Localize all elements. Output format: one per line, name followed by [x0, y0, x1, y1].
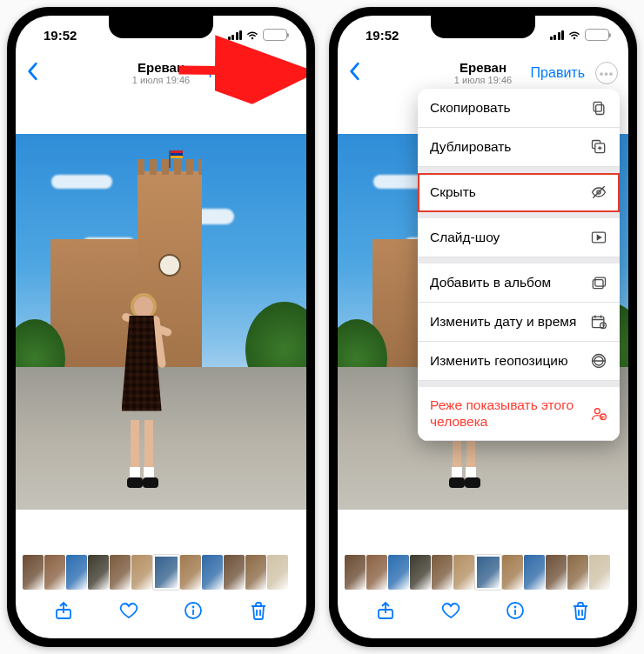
svg-point-3	[193, 607, 194, 608]
menu-separator	[418, 167, 620, 173]
photo-main	[16, 134, 306, 511]
phone-left: 19:52 85 Ереван 1 июля 19:46	[7, 7, 315, 647]
svg-rect-8	[594, 102, 601, 111]
menu-less-person[interactable]: Реже показывать этого человека	[418, 387, 620, 441]
svg-rect-12	[593, 280, 603, 289]
thumbnail[interactable]	[567, 555, 588, 590]
thumbnail[interactable]	[453, 555, 474, 590]
duplicate-icon	[590, 138, 607, 156]
menu-change-geo[interactable]: Изменить геопозицию	[418, 342, 620, 381]
menu-change-date[interactable]: Изменить дату и время	[418, 303, 620, 342]
menu-slideshow[interactable]: Слайд-шоу	[418, 218, 620, 257]
thumbnail[interactable]	[524, 555, 545, 590]
menu-label: Добавить в альбом	[430, 275, 551, 291]
nav-subtitle: 1 июля 19:46	[454, 75, 512, 86]
person-minus-icon	[590, 405, 607, 423]
thumbnail[interactable]	[366, 555, 387, 590]
notch	[109, 16, 213, 38]
menu-label: Изменить дату и время	[430, 314, 576, 330]
cellular-icon	[550, 30, 565, 40]
menu-label: Реже показывать этого человека	[430, 397, 590, 430]
thumbnail[interactable]	[153, 555, 179, 590]
hide-icon	[590, 184, 607, 201]
thumbnail[interactable]	[44, 555, 65, 590]
info-button[interactable]	[505, 600, 526, 624]
nav-title-block: Ереван 1 июля 19:46	[454, 60, 512, 86]
bottom-toolbar	[16, 593, 306, 638]
screen-right: 19:52 85 Ереван 1 июля 19:46	[338, 16, 628, 638]
thumbnail[interactable]	[131, 555, 152, 590]
menu-label: Дублировать	[430, 139, 511, 156]
svg-point-17	[594, 408, 600, 413]
thumbnail[interactable]	[388, 555, 409, 590]
favorite-button[interactable]	[118, 600, 139, 624]
battery-indicator: 85	[263, 29, 287, 41]
menu-add-album[interactable]: Добавить в альбом	[418, 264, 620, 303]
thumbnail[interactable]	[589, 555, 610, 590]
album-icon	[590, 274, 607, 291]
thumbnail[interactable]	[432, 555, 453, 590]
thumbnail[interactable]	[88, 555, 109, 590]
battery-indicator: 85	[585, 29, 609, 41]
share-button[interactable]	[375, 600, 396, 624]
menu-hide[interactable]: Скрыть	[418, 173, 620, 212]
thumbnail[interactable]	[546, 555, 567, 590]
thumbnail[interactable]	[66, 555, 87, 590]
status-indicators: 85	[228, 28, 288, 43]
battery-level: 85	[592, 30, 602, 40]
context-menu: Скопировать Дублировать Скрыть Слайд-шоу…	[418, 89, 620, 441]
svg-rect-7	[596, 105, 604, 115]
battery-level: 85	[270, 30, 280, 40]
notch	[431, 16, 535, 38]
thumbnail[interactable]	[224, 555, 245, 590]
thumbnail-strip[interactable]	[16, 551, 306, 593]
delete-button[interactable]	[248, 600, 269, 624]
nav-title: Ереван	[454, 60, 512, 75]
copy-icon	[590, 99, 607, 117]
menu-copy[interactable]: Скопировать	[418, 89, 620, 128]
screen-left: 19:52 85 Ереван 1 июля 19:46	[16, 16, 306, 638]
menu-label: Скрыть	[430, 184, 476, 201]
status-time: 19:52	[366, 28, 399, 43]
menu-separator	[418, 212, 620, 218]
thumbnail[interactable]	[110, 555, 131, 590]
svg-rect-13	[595, 277, 606, 286]
wifi-icon	[567, 28, 581, 43]
status-indicators: 85	[550, 28, 610, 43]
info-button[interactable]	[183, 600, 204, 624]
location-icon	[590, 352, 607, 370]
thumbnail[interactable]	[502, 555, 523, 590]
thumbnail[interactable]	[475, 555, 501, 590]
delete-button[interactable]	[570, 600, 591, 624]
share-button[interactable]	[53, 600, 74, 624]
thumbnail[interactable]	[180, 555, 201, 590]
thumbnail[interactable]	[23, 555, 44, 590]
back-button[interactable]	[348, 62, 360, 84]
menu-label: Изменить геопозицию	[430, 353, 568, 370]
phone-right: 19:52 85 Ереван 1 июля 19:46	[329, 7, 637, 647]
menu-duplicate[interactable]: Дублировать	[418, 128, 620, 167]
menu-separator	[418, 257, 620, 264]
thumbnail-strip[interactable]	[338, 551, 628, 593]
svg-point-6	[515, 607, 516, 608]
more-button[interactable]: •••	[595, 62, 618, 84]
thumbnail[interactable]	[245, 555, 266, 590]
thumbnail[interactable]	[202, 555, 223, 590]
status-time: 19:52	[44, 28, 77, 43]
wifi-icon	[245, 28, 259, 43]
slideshow-icon	[590, 229, 607, 246]
menu-label: Слайд-шоу	[430, 230, 500, 246]
menu-label: Скопировать	[430, 100, 511, 117]
thumbnail[interactable]	[410, 555, 431, 590]
menu-separator	[418, 381, 620, 387]
back-button[interactable]	[26, 62, 38, 84]
favorite-button[interactable]	[440, 600, 461, 624]
nav-bar: Ереван 1 июля 19:46 Править •••	[338, 54, 628, 92]
photo-viewer[interactable]	[16, 92, 306, 551]
thumbnail[interactable]	[345, 555, 366, 590]
thumbnail[interactable]	[267, 555, 288, 590]
cellular-icon	[228, 30, 243, 40]
calendar-icon	[590, 313, 607, 330]
edit-button[interactable]: Править	[531, 65, 585, 81]
bottom-toolbar	[338, 593, 628, 638]
